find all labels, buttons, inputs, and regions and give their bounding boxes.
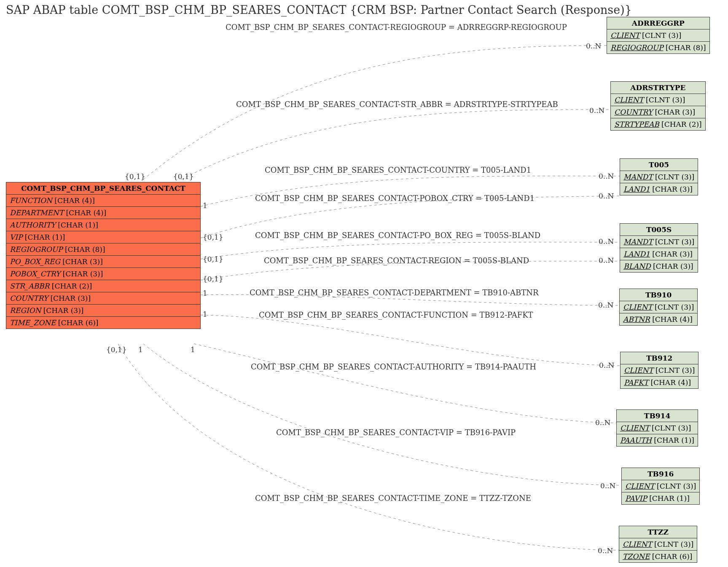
main-field: PO_BOX_REG [CHAR (3)] [6, 256, 200, 268]
ref-field: CLIENT [CLNT (3)] [619, 538, 697, 551]
cardinality-label: {0,1} [106, 345, 127, 354]
relation-label: COMT_BSP_CHM_BP_SEARES_CONTACT-VIP = TB9… [276, 428, 516, 437]
cardinality-label: {0,1} [173, 172, 194, 181]
main-field: REGIOGROUP [CHAR (8)] [6, 243, 200, 256]
ref-field: LAND1 [CHAR (3)] [620, 183, 698, 195]
cardinality-label: 0..N [586, 42, 602, 50]
relation-label: COMT_BSP_CHM_BP_SEARES_CONTACT-REGION = … [264, 256, 529, 265]
ref-entity-header: ADRREGGRP [607, 17, 709, 29]
ref-field: CLIENT [CLNT (3)] [622, 480, 699, 492]
ref-field: STRTYPEAB [CHAR (2)] [611, 118, 705, 130]
main-entity-header: COMT_BSP_CHM_BP_SEARES_CONTACT [6, 182, 200, 195]
cardinality-label: 0..N [589, 106, 605, 115]
ref-field: CLIENT [CLNT (3)] [617, 422, 698, 434]
ref-entity-header: TB916 [622, 468, 699, 480]
ref-entity-tb916: TB916CLIENT [CLNT (3)]PAVIP [CHAR (1)] [621, 468, 700, 505]
cardinality-label: 0..N [598, 546, 613, 555]
ref-field: PAFKT [CHAR (4)] [621, 377, 698, 388]
ref-entity-header: TB912 [621, 352, 698, 364]
main-field: FUNCTION [CHAR (4)] [6, 195, 200, 207]
relation-label: COMT_BSP_CHM_BP_SEARES_CONTACT-REGIOGROU… [226, 23, 567, 32]
ref-field: ABTNR [CHAR (4)] [620, 313, 697, 325]
main-field: DEPARTMENT [CHAR (4)] [6, 207, 200, 219]
relation-label: COMT_BSP_CHM_BP_SEARES_CONTACT-FUNCTION … [259, 310, 533, 319]
ref-entity-t005: T005MANDT [CLNT (3)]LAND1 [CHAR (3)] [620, 158, 698, 195]
ref-entity-ttzz: TTZZCLIENT [CLNT (3)]TZONE [CHAR (6)] [619, 526, 697, 563]
ref-entity-header: T005S [620, 224, 698, 236]
cardinality-label: {0,1} [203, 275, 223, 283]
ref-field: MANDT [CLNT (3)] [620, 236, 698, 248]
ref-field: PAVIP [CHAR (1)] [622, 492, 699, 504]
ref-entity-header: ADRSTRTYPE [611, 82, 705, 94]
relation-label: COMT_BSP_CHM_BP_SEARES_CONTACT-STR_ABBR … [236, 100, 558, 109]
ref-field: CLIENT [CLNT (3)] [620, 301, 697, 313]
ref-field: LAND1 [CHAR (3)] [620, 248, 698, 260]
main-field: STR_ABBR [CHAR (2)] [6, 280, 200, 292]
relation-label: COMT_BSP_CHM_BP_SEARES_CONTACT-COUNTRY =… [265, 166, 531, 174]
main-field: REGION [CHAR (3)] [6, 305, 200, 317]
ref-field: PAAUTH [CHAR (1)] [617, 434, 698, 446]
ref-entity-tb914: TB914CLIENT [CLNT (3)]PAAUTH [CHAR (1)] [616, 409, 698, 447]
cardinality-label: 1 [191, 345, 195, 354]
main-field: AUTHORITY [CHAR (1)] [6, 219, 200, 231]
page-title: SAP ABAP table COMT_BSP_CHM_BP_SEARES_CO… [6, 3, 632, 16]
relation-label: COMT_BSP_CHM_BP_SEARES_CONTACT-PO_BOX_RE… [255, 231, 540, 240]
ref-entity-header: TTZZ [619, 526, 697, 538]
cardinality-label: 0..N [599, 237, 614, 246]
ref-entity-header: T005 [620, 159, 698, 171]
cardinality-label: 0..N [595, 418, 611, 427]
cardinality-label: {0,1} [125, 172, 145, 181]
ref-field: CLIENT [CLNT (3)] [611, 94, 705, 106]
cardinality-label: 0..N [599, 361, 615, 369]
ref-entity-header: TB910 [620, 289, 697, 301]
cardinality-label: {0,1} [203, 233, 223, 241]
cardinality-label: 1 [203, 289, 207, 297]
cardinality-label: 1 [138, 345, 143, 354]
cardinality-label: {0,1} [203, 255, 223, 263]
cardinality-label: 0..N [599, 192, 614, 200]
ref-field: CLIENT [CLNT (3)] [607, 29, 709, 42]
ref-field: MANDT [CLNT (3)] [620, 171, 698, 183]
ref-field: COUNTRY [CHAR (3)] [611, 106, 705, 118]
ref-field: BLAND [CHAR (3)] [620, 260, 698, 272]
relation-label: COMT_BSP_CHM_BP_SEARES_CONTACT-DEPARTMEN… [250, 288, 539, 297]
ref-entity-t005s: T005SMANDT [CLNT (3)]LAND1 [CHAR (3)]BLA… [620, 223, 698, 273]
main-entity: COMT_BSP_CHM_BP_SEARES_CONTACT FUNCTION … [6, 182, 201, 329]
ref-entity-adrstrtype: ADRSTRTYPECLIENT [CLNT (3)]COUNTRY [CHAR… [610, 81, 706, 131]
ref-entity-header: TB914 [617, 410, 698, 422]
cardinality-label: 1 [203, 201, 207, 210]
cardinality-label: 1 [203, 310, 207, 318]
ref-entity-tb912: TB912CLIENT [CLNT (3)]PAFKT [CHAR (4)] [620, 352, 698, 389]
ref-entity-tb910: TB910CLIENT [CLNT (3)]ABTNR [CHAR (4)] [619, 289, 698, 326]
main-field: VIP [CHAR (1)] [6, 231, 200, 243]
ref-field: TZONE [CHAR (6)] [619, 551, 697, 562]
relation-label: COMT_BSP_CHM_BP_SEARES_CONTACT-AUTHORITY… [251, 362, 536, 371]
cardinality-label: 0..N [599, 256, 614, 265]
main-field: POBOX_CTRY [CHAR (3)] [6, 268, 200, 280]
ref-field: REGIOGROUP [CHAR (8)] [607, 42, 709, 53]
main-field: TIME_ZONE [CHAR (6)] [6, 317, 200, 329]
relation-label: COMT_BSP_CHM_BP_SEARES_CONTACT-POBOX_CTR… [255, 194, 535, 203]
cardinality-label: 0..N [598, 301, 614, 309]
cardinality-label: 0..N [599, 172, 614, 180]
relation-label: COMT_BSP_CHM_BP_SEARES_CONTACT-TIME_ZONE… [255, 494, 531, 503]
cardinality-label: 0..N [600, 481, 616, 490]
main-field: COUNTRY [CHAR (3)] [6, 292, 200, 305]
ref-entity-adrreggrp: ADRREGGRPCLIENT [CLNT (3)]REGIOGROUP [CH… [607, 17, 710, 54]
ref-field: CLIENT [CLNT (3)] [621, 364, 698, 377]
